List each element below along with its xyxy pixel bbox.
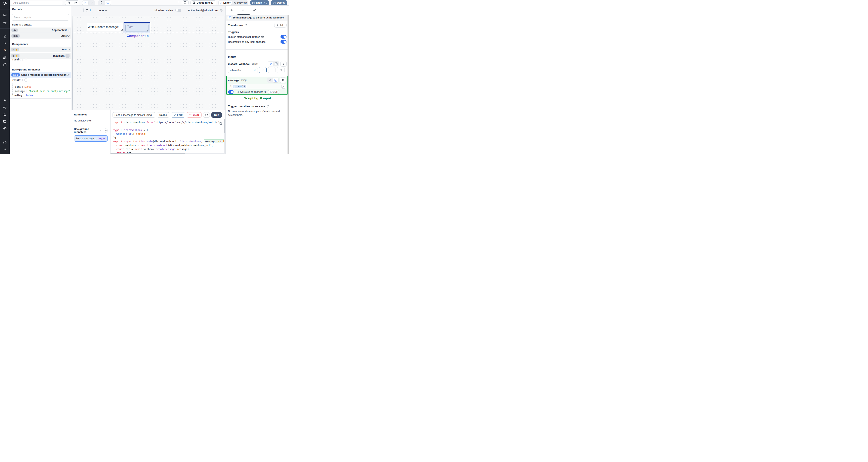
chevron-down-icon[interactable] xyxy=(67,34,70,37)
draft-button[interactable]: Draft ⌘S xyxy=(250,0,269,5)
run-on-start-toggle[interactable] xyxy=(280,35,286,38)
desktop-view-button[interactable] xyxy=(105,1,111,5)
dw-mode-segment: f xyxy=(268,61,279,66)
workers-robot-icon[interactable] xyxy=(0,112,10,117)
windmill-logo-icon[interactable] xyxy=(0,1,10,6)
message-expression-editor[interactable]: 1 b.result xyxy=(228,84,286,89)
info-icon[interactable] xyxy=(245,24,247,27)
text-component-a[interactable]: Write Discord message: xyxy=(87,23,123,31)
message-name: message xyxy=(228,79,239,82)
component-row-b[interactable]: b☝ Text Input xyxy=(10,53,71,59)
message-mode-segment: f xyxy=(267,77,279,83)
add-runnable-button[interactable] xyxy=(104,129,108,133)
add-resource-button[interactable] xyxy=(268,67,276,73)
fullscreen-button[interactable] xyxy=(89,1,95,5)
refresh-code-button[interactable] xyxy=(203,112,210,118)
recompute-toggle[interactable] xyxy=(280,40,286,43)
docs-book-button[interactable] xyxy=(182,0,189,5)
text-component-value: Write Discord message: xyxy=(88,25,119,29)
collapse-toggle[interactable]: - xyxy=(24,78,27,81)
static-pencil-icon[interactable] xyxy=(268,78,273,82)
mobile-view-button[interactable] xyxy=(98,1,104,5)
code-editor[interactable]: import discordwebhook from "https://deno… xyxy=(111,119,225,154)
output-row-ctx[interactable]: ctx App Context xyxy=(10,28,71,33)
redo-button[interactable] xyxy=(72,1,79,5)
static-pencil-icon[interactable] xyxy=(268,62,273,66)
more-menu-button[interactable] xyxy=(178,1,180,4)
resource-picker-input[interactable]: u/henri/te... ✕ xyxy=(228,67,258,73)
edit-resource-pencil-button[interactable] xyxy=(259,67,267,73)
variables-dollar-icon[interactable]: $ xyxy=(0,47,10,53)
align-center-button[interactable] xyxy=(82,1,88,5)
refresh-count-button[interactable]: 1 xyxy=(83,8,93,13)
copy-code-icon[interactable] xyxy=(219,122,222,125)
run-button[interactable]: Run xyxy=(211,112,222,118)
resources-cubes-icon[interactable] xyxy=(0,55,10,60)
selected-component-b[interactable]: Type... xyxy=(124,22,150,33)
folders-icon[interactable] xyxy=(0,119,10,124)
favorites-star-icon[interactable] xyxy=(0,20,10,26)
chevron-up-icon[interactable] xyxy=(65,54,69,58)
panel-scrollbar[interactable] xyxy=(287,15,289,154)
expand-editor-icon[interactable] xyxy=(281,85,285,89)
runs-play-icon[interactable] xyxy=(0,40,10,45)
resize-handle[interactable] xyxy=(147,30,148,31)
clear-x-icon[interactable]: ✕ xyxy=(253,68,256,72)
component-a-type: Text xyxy=(62,48,67,51)
user-icon[interactable] xyxy=(0,98,10,103)
clear-button[interactable]: Clear xyxy=(187,112,202,118)
debug-runs-button[interactable]: Debug runs (3) xyxy=(190,0,216,5)
runnable-name-input[interactable] xyxy=(113,112,155,118)
deploy-button[interactable]: Deploy xyxy=(271,0,287,5)
workspace-icon[interactable] xyxy=(0,12,10,18)
tab-preview[interactable]: Preview xyxy=(232,1,248,5)
run-mode-dropdown[interactable]: once xyxy=(98,9,107,12)
home-icon[interactable] xyxy=(0,33,10,38)
undo-button[interactable] xyxy=(65,1,72,5)
tab-editor[interactable]: Editor xyxy=(219,1,232,5)
loading-value: false xyxy=(26,94,33,97)
info-icon[interactable] xyxy=(261,36,264,38)
search-icon[interactable] xyxy=(100,129,102,132)
edit-pencil-icon[interactable] xyxy=(67,74,69,76)
vertical-scrollbar[interactable] xyxy=(224,119,225,153)
eval-function-icon[interactable]: f xyxy=(273,78,278,82)
settings-gear-icon[interactable] xyxy=(0,105,10,110)
refresh-resource-button[interactable] xyxy=(277,67,285,73)
runnable-item-bg0[interactable]: Send a message... bg_0 xyxy=(74,135,108,141)
component-row-a[interactable]: a☝ Text xyxy=(10,46,71,53)
tab-insert-plus-icon[interactable] xyxy=(230,9,233,12)
resize-handle[interactable] xyxy=(121,29,123,31)
output-row-state[interactable]: state State xyxy=(10,33,71,38)
canvas-toolbar: 1 once Hide bar on view Author henri@win… xyxy=(71,6,225,15)
text-input-component[interactable]: Type... xyxy=(125,24,149,32)
expand-rail-arrow-icon[interactable] xyxy=(0,146,10,152)
search-outputs-input[interactable] xyxy=(12,14,69,21)
audit-eye-icon[interactable] xyxy=(0,126,10,131)
bg0-row[interactable]: bg_0 Send a message to discord using web… xyxy=(10,72,71,78)
connect-plug-icon[interactable] xyxy=(280,61,286,67)
component-header: f Send a message to discord using webhoo… xyxy=(226,15,289,21)
app-canvas[interactable]: Write Discord message: Type... Component… xyxy=(72,16,224,119)
tab-styling-brush-icon[interactable] xyxy=(253,9,256,12)
eval-function-icon[interactable]: f xyxy=(274,62,279,66)
chevron-down-icon[interactable] xyxy=(67,48,70,51)
fork-label: Fork xyxy=(177,113,183,117)
horizontal-scrollbar[interactable] xyxy=(111,153,225,154)
help-icon[interactable] xyxy=(0,140,10,145)
info-icon[interactable] xyxy=(220,9,223,12)
transformer-label: Transformer xyxy=(228,24,243,27)
reeval-toggle[interactable] xyxy=(228,90,234,94)
hide-bar-toggle[interactable] xyxy=(175,9,181,12)
chevron-down-icon[interactable] xyxy=(67,29,70,31)
info-icon[interactable] xyxy=(267,105,269,108)
app-summary-input[interactable] xyxy=(12,1,62,5)
connect-plug-icon[interactable] xyxy=(280,77,286,83)
fork-button[interactable]: Fork xyxy=(171,112,185,118)
schedules-calendar-icon[interactable] xyxy=(0,62,10,67)
refresh-icon xyxy=(86,9,88,12)
draft-label: Draft xyxy=(256,1,262,4)
tab-component-settings-icon[interactable] xyxy=(241,8,245,12)
cache-button[interactable]: Cache xyxy=(157,112,169,118)
add-transformer-button[interactable]: Add xyxy=(274,23,286,28)
